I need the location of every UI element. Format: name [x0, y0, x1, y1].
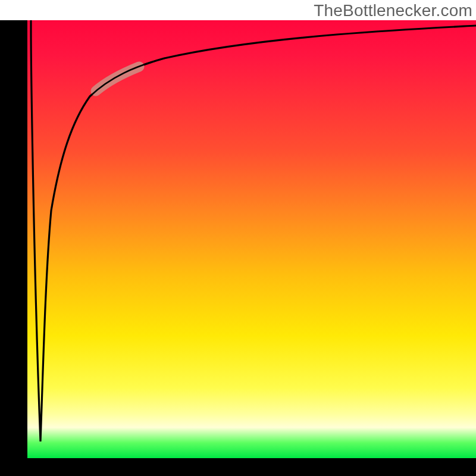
x-axis-border: [0, 458, 476, 476]
watermark-text: TheBottlenecker.com: [314, 1, 472, 20]
highlight-segment: [96, 67, 139, 91]
y-axis-border: [0, 20, 27, 476]
plot-area: [27, 20, 476, 458]
chart-frame: TheBottlenecker.com: [0, 0, 476, 476]
bottleneck-curve: [27, 20, 476, 458]
